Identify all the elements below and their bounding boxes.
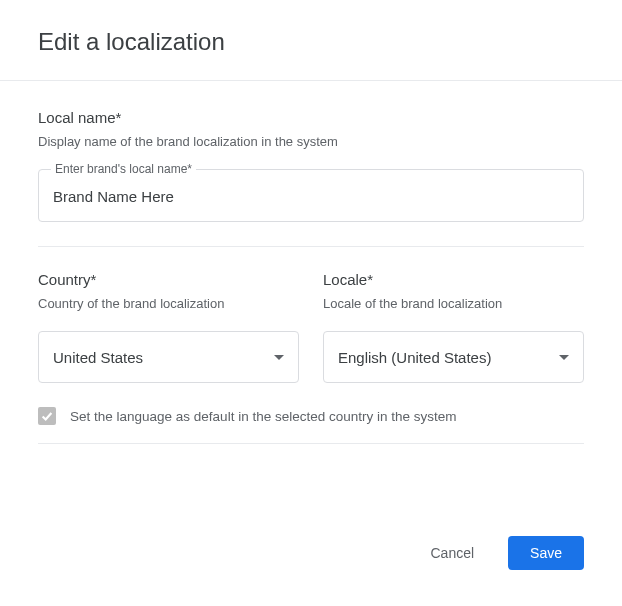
- locale-select-value: English (United States): [338, 349, 559, 366]
- dialog-body: Local name* Display name of the brand lo…: [0, 81, 622, 536]
- local-name-input[interactable]: [39, 170, 583, 221]
- edit-localization-dialog: Edit a localization Local name* Display …: [0, 0, 622, 606]
- country-select-value: United States: [53, 349, 274, 366]
- save-button[interactable]: Save: [508, 536, 584, 570]
- local-name-section: Local name* Display name of the brand lo…: [38, 109, 584, 222]
- locale-section: Locale* Locale of the brand localization…: [323, 271, 584, 383]
- locale-select[interactable]: English (United States): [323, 331, 584, 383]
- country-hint: Country of the brand localization: [38, 296, 299, 311]
- locale-hint: Locale of the brand localization: [323, 296, 584, 311]
- country-select[interactable]: United States: [38, 331, 299, 383]
- country-label: Country*: [38, 271, 299, 288]
- dialog-footer: Cancel Save: [0, 536, 622, 606]
- default-language-row: Set the language as default in the selec…: [38, 407, 584, 425]
- locale-label: Locale*: [323, 271, 584, 288]
- local-name-label: Local name*: [38, 109, 584, 126]
- country-section: Country* Country of the brand localizati…: [38, 271, 299, 383]
- default-language-checkbox[interactable]: [38, 407, 56, 425]
- local-name-floating-label: Enter brand's local name*: [51, 162, 196, 176]
- default-language-label: Set the language as default in the selec…: [70, 409, 457, 424]
- dialog-title: Edit a localization: [38, 28, 584, 56]
- divider: [38, 246, 584, 247]
- chevron-down-icon: [274, 355, 284, 360]
- chevron-down-icon: [559, 355, 569, 360]
- check-icon: [40, 409, 54, 423]
- local-name-hint: Display name of the brand localization i…: [38, 134, 584, 149]
- cancel-button[interactable]: Cancel: [408, 536, 496, 570]
- divider: [38, 443, 584, 444]
- country-locale-row: Country* Country of the brand localizati…: [38, 271, 584, 383]
- dialog-header: Edit a localization: [0, 0, 622, 81]
- local-name-field-wrapper: Enter brand's local name*: [38, 169, 584, 222]
